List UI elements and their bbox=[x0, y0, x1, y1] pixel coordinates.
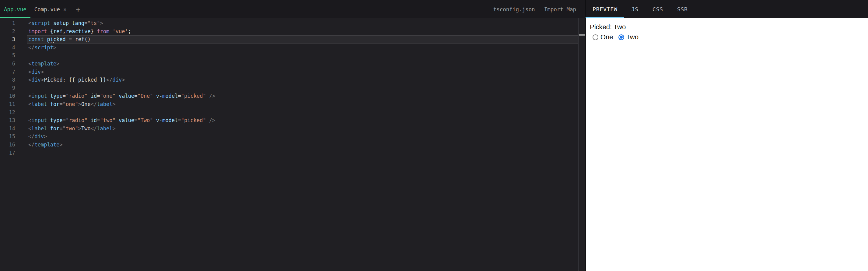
code-token: for bbox=[50, 101, 60, 107]
line-number: 3 bbox=[0, 35, 15, 43]
code-line-14[interactable]: 14<label for="two">Two</label> bbox=[0, 124, 585, 133]
code-line-4[interactable]: 4</script> bbox=[0, 43, 585, 52]
code-line-9[interactable]: 9 bbox=[0, 84, 585, 92]
line-number: 11 bbox=[0, 100, 15, 109]
code-token: < bbox=[28, 117, 31, 123]
code-token: > bbox=[41, 69, 44, 75]
file-tab-app-vue[interactable]: App.vue bbox=[0, 0, 30, 18]
line-number: 1 bbox=[0, 19, 15, 27]
file-tab-comp-vue[interactable]: Comp.vue × bbox=[30, 0, 71, 18]
line-number: 15 bbox=[0, 132, 15, 141]
scrollbar-cursor-marker[interactable] bbox=[579, 34, 585, 36]
code-text bbox=[15, 149, 28, 157]
code-token: } bbox=[91, 28, 94, 34]
code-token bbox=[153, 93, 156, 99]
output-tab-ssr[interactable]: SSR bbox=[670, 0, 695, 18]
code-token: = bbox=[178, 93, 181, 99]
code-token: "one" bbox=[100, 93, 116, 99]
code-token: > bbox=[59, 142, 62, 148]
code-editor[interactable]: 1<script setup lang="ts">2import {ref,re… bbox=[0, 18, 586, 271]
code-token bbox=[109, 28, 112, 34]
radio-one-unchecked[interactable] bbox=[593, 34, 598, 40]
preview-panel: Picked: Two One Two bbox=[586, 18, 868, 271]
code-text bbox=[15, 52, 28, 60]
code-token bbox=[44, 36, 47, 42]
code-token: "One" bbox=[137, 93, 153, 99]
output-tab-css[interactable]: CSS bbox=[646, 0, 670, 18]
code-text: <div>Picked: {{ picked }}</div> bbox=[15, 76, 125, 84]
add-file-button[interactable]: + bbox=[71, 0, 86, 18]
code-line-15[interactable]: 15</div> bbox=[0, 132, 585, 141]
code-token: const bbox=[28, 36, 44, 42]
code-text: <label for="two">Two</label> bbox=[15, 124, 116, 133]
code-token: ref bbox=[75, 36, 85, 42]
code-token: input bbox=[31, 93, 47, 99]
file-tab-label: Comp.vue bbox=[34, 6, 60, 12]
code-token: picked bbox=[47, 35, 65, 43]
code-token bbox=[116, 117, 119, 123]
code-token: div bbox=[31, 77, 41, 83]
code-token: Picked: {{ picked }} bbox=[44, 77, 106, 83]
active-line-highlight bbox=[27, 35, 578, 43]
code-token: for bbox=[50, 125, 60, 131]
file-tab-bar: App.vue Comp.vue × + tsconfig.json Impor… bbox=[0, 0, 586, 18]
code-token bbox=[47, 93, 50, 99]
code-token: label bbox=[97, 125, 112, 131]
code-token: label bbox=[97, 101, 112, 107]
code-text: <script setup lang="ts"> bbox=[15, 19, 103, 27]
radio-two-label[interactable]: Two bbox=[626, 33, 639, 41]
code-line-16[interactable]: 16</template> bbox=[0, 141, 585, 149]
code-line-12[interactable]: 12 bbox=[0, 109, 585, 117]
code-line-17[interactable]: 17 bbox=[0, 149, 585, 157]
file-tab-label: App.vue bbox=[4, 6, 27, 12]
code-token: > bbox=[122, 77, 125, 83]
code-token bbox=[94, 28, 97, 34]
code-line-5[interactable]: 5 bbox=[0, 52, 585, 60]
code-line-10[interactable]: 10<input type="radio" id="one" value="On… bbox=[0, 92, 585, 100]
radio-two-checked[interactable] bbox=[618, 34, 624, 40]
import-map-button[interactable]: Import Map bbox=[539, 0, 581, 18]
code-token: > bbox=[44, 133, 47, 140]
line-number: 10 bbox=[0, 92, 15, 100]
code-token bbox=[47, 101, 50, 107]
code-token: "Two" bbox=[137, 117, 153, 123]
code-token: </ bbox=[28, 44, 34, 51]
code-token: reactive bbox=[66, 28, 91, 34]
code-token: > bbox=[112, 101, 115, 107]
code-text: import {ref,reactive} from 'vue'; bbox=[15, 27, 131, 36]
code-token: type bbox=[50, 117, 63, 123]
output-tab-js[interactable]: JS bbox=[624, 0, 645, 18]
code-token: "picked" bbox=[181, 117, 206, 123]
close-icon[interactable]: × bbox=[63, 7, 67, 12]
code-line-2[interactable]: 2import {ref,reactive} from 'vue'; bbox=[0, 27, 585, 36]
code-token: /> bbox=[209, 117, 215, 123]
code-token: "two" bbox=[100, 117, 116, 123]
code-token: > bbox=[41, 77, 44, 83]
tsconfig-button[interactable]: tsconfig.json bbox=[489, 0, 539, 18]
code-line-13[interactable]: 13<input type="radio" id="two" value="Tw… bbox=[0, 116, 585, 124]
code-token: div bbox=[31, 69, 41, 75]
code-token: script bbox=[31, 20, 50, 26]
code-token: "two" bbox=[63, 125, 78, 131]
code-line-1[interactable]: 1<script setup lang="ts"> bbox=[0, 19, 585, 27]
output-tab-bar: PREVIEW JS CSS SSR bbox=[586, 0, 868, 18]
code-token: ; bbox=[128, 28, 131, 34]
radio-one-label[interactable]: One bbox=[600, 33, 613, 41]
line-number: 16 bbox=[0, 141, 15, 149]
code-token: "radio" bbox=[66, 117, 88, 123]
code-line-6[interactable]: 6<template> bbox=[0, 60, 585, 68]
code-line-7[interactable]: 7<div> bbox=[0, 68, 585, 76]
code-token bbox=[88, 93, 91, 99]
code-token: div bbox=[112, 77, 122, 83]
line-number: 4 bbox=[0, 43, 15, 52]
output-tab-preview[interactable]: PREVIEW bbox=[586, 0, 624, 18]
code-line-8[interactable]: 8<div>Picked: {{ picked }}</div> bbox=[0, 76, 585, 84]
code-line-3[interactable]: 3const picked = ref() bbox=[0, 35, 585, 43]
code-text: </script> bbox=[15, 43, 56, 52]
top-bar: App.vue Comp.vue × + tsconfig.json Impor… bbox=[0, 0, 868, 18]
code-token: = bbox=[178, 117, 181, 123]
code-token: import bbox=[28, 28, 47, 34]
code-line-11[interactable]: 11<label for="one">One</label> bbox=[0, 100, 585, 109]
line-number: 5 bbox=[0, 52, 15, 60]
code-token: > bbox=[100, 20, 103, 26]
